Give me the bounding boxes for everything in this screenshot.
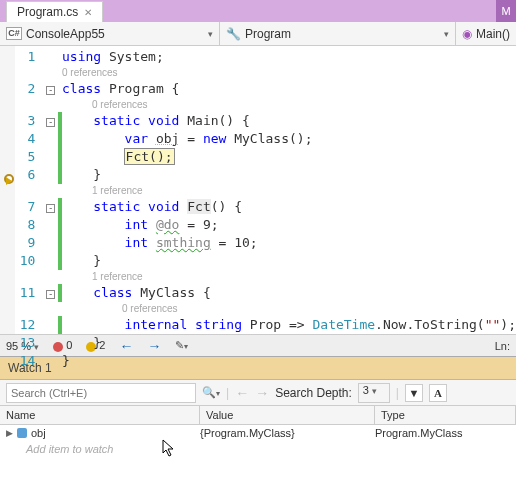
code-area[interactable]: using System; 0 references class Program… [62, 46, 516, 334]
fold-toggle[interactable]: - [46, 118, 55, 127]
chevron-down-icon: ▾ [208, 29, 213, 39]
watch-toolbar: 🔍▾ | ← → Search Depth: 3 ▾ | ▼ A [0, 380, 516, 406]
codelens[interactable]: 1 reference [62, 270, 516, 284]
csharp-icon: C# [6, 27, 22, 40]
project-dropdown[interactable]: C# ConsoleApp55 ▾ [0, 22, 220, 45]
codelens[interactable]: 0 references [62, 98, 516, 112]
method-name: Main() [476, 27, 510, 41]
fold-toggle[interactable]: - [46, 290, 55, 299]
col-header-type[interactable]: Type [375, 406, 516, 424]
glyph-margin[interactable] [0, 46, 15, 334]
col-header-value[interactable]: Value [200, 406, 375, 424]
document-tab-bar: Program.cs ✕ M [0, 0, 516, 22]
class-name: Program [245, 27, 440, 41]
search-depth-label: Search Depth: [275, 386, 352, 400]
line-number-gutter: 1 2 3 4 5 6 7 8 9 10 11 12 13 14 [15, 46, 43, 334]
method-dropdown[interactable]: ◉ Main() [456, 22, 516, 45]
navigation-bar: C# ConsoleApp55 ▾ 🔧 Program ▾ ◉ Main() [0, 22, 516, 46]
object-icon [17, 428, 27, 438]
filter-icon[interactable]: ▼ [405, 384, 423, 402]
code-editor[interactable]: 1 2 3 4 5 6 7 8 9 10 11 12 13 14 - - - - [0, 46, 516, 334]
execution-pointer-icon [6, 177, 12, 185]
class-icon: 🔧 [226, 27, 241, 41]
codelens[interactable]: 1 reference [62, 184, 516, 198]
watch-type: Program.MyClass [375, 427, 510, 439]
watch-columns-header[interactable]: Name Value Type [0, 406, 516, 425]
search-depth-input[interactable]: 3 ▾ [358, 383, 390, 403]
document-tab[interactable]: Program.cs ✕ [6, 1, 103, 22]
watch-value: {Program.MyClass} [200, 427, 375, 439]
codelens[interactable]: 0 references [62, 66, 516, 80]
titlebar-corner: M [496, 0, 516, 22]
codelens[interactable]: 0 references [62, 302, 516, 316]
fold-toggle[interactable]: - [46, 204, 55, 213]
project-name: ConsoleApp55 [26, 27, 204, 41]
watch-add-hint[interactable]: Add item to watch [0, 441, 516, 457]
method-icon: ◉ [462, 27, 472, 41]
col-header-name[interactable]: Name [0, 406, 200, 424]
search-next-button[interactable]: → [255, 385, 269, 401]
watch-name: obj [31, 427, 46, 439]
current-statement: Fct(); [125, 149, 174, 164]
close-icon[interactable]: ✕ [84, 7, 92, 18]
expand-icon[interactable]: ▶ [6, 428, 13, 438]
search-icon[interactable]: 🔍▾ [202, 386, 220, 399]
class-dropdown[interactable]: 🔧 Program ▾ [220, 22, 456, 45]
watch-panel: Watch 1 🔍▾ | ← → Search Depth: 3 ▾ | ▼ A… [0, 356, 516, 457]
tab-filename: Program.cs [17, 5, 78, 19]
search-prev-button[interactable]: ← [235, 385, 249, 401]
fold-toggle[interactable]: - [46, 86, 55, 95]
chevron-down-icon: ▾ [444, 29, 449, 39]
text-style-icon[interactable]: A [429, 384, 447, 402]
watch-row[interactable]: ▶ obj {Program.MyClass} Program.MyClass [0, 425, 516, 441]
fold-gutter[interactable]: - - - - [43, 46, 58, 334]
watch-search-input[interactable] [6, 383, 196, 403]
